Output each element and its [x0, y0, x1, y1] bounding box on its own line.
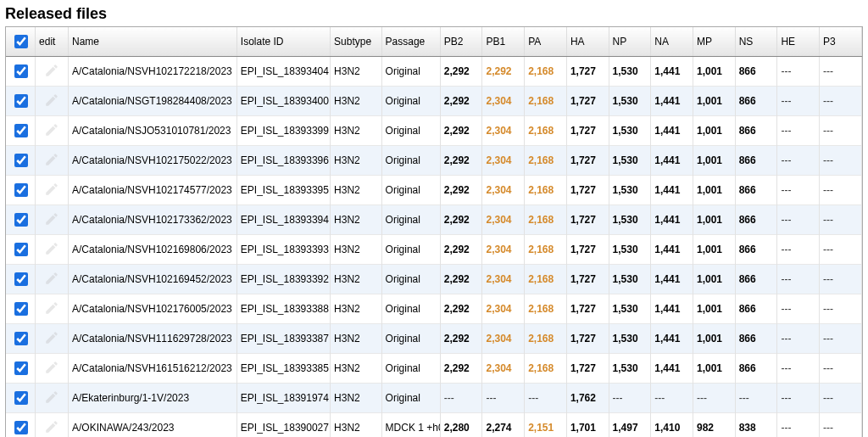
- row-checkbox[interactable]: [14, 272, 28, 286]
- column-header-pa[interactable]: PA: [525, 27, 567, 57]
- row-checkbox-cell[interactable]: [6, 384, 36, 413]
- pencil-icon[interactable]: [44, 211, 59, 227]
- row-seg-he: ---: [777, 354, 820, 384]
- row-checkbox[interactable]: [14, 213, 28, 227]
- select-all-header[interactable]: [6, 27, 36, 57]
- column-header-mp[interactable]: MP: [693, 27, 735, 57]
- select-all-checkbox[interactable]: [14, 35, 28, 48]
- row-checkbox[interactable]: [14, 391, 28, 405]
- row-edit-cell[interactable]: [36, 116, 69, 146]
- table-row[interactable]: A/Catalonia/NSVH102169806/2023EPI_ISL_18…: [6, 235, 862, 265]
- row-edit-cell[interactable]: [36, 235, 69, 265]
- row-edit-cell[interactable]: [36, 384, 69, 413]
- pencil-icon[interactable]: [44, 122, 59, 137]
- row-edit-cell[interactable]: [36, 324, 69, 354]
- row-checkbox[interactable]: [14, 361, 28, 375]
- row-edit-cell[interactable]: [36, 354, 69, 384]
- row-subtype: H3N2: [331, 294, 382, 324]
- row-checkbox[interactable]: [14, 64, 28, 78]
- row-checkbox-cell[interactable]: [6, 265, 36, 294]
- row-seg-na: 1,441: [651, 324, 693, 354]
- table-row[interactable]: A/Catalonia/NSVH102169452/2023EPI_ISL_18…: [6, 265, 862, 294]
- pencil-icon[interactable]: [44, 152, 59, 167]
- row-seg-pb2: 2,280: [440, 413, 482, 438]
- column-header-isolate-id[interactable]: Isolate ID: [236, 27, 330, 57]
- table-row[interactable]: A/Catalonia/NSVH102175022/2023EPI_ISL_18…: [6, 146, 862, 176]
- row-checkbox-cell[interactable]: [6, 205, 36, 235]
- row-checkbox[interactable]: [14, 243, 28, 256]
- row-edit-cell[interactable]: [36, 146, 69, 176]
- row-edit-cell[interactable]: [36, 265, 69, 294]
- table-row[interactable]: A/Catalonia/NSJO531010781/2023EPI_ISL_18…: [6, 116, 862, 146]
- column-header-name[interactable]: Name: [68, 27, 236, 57]
- row-seg-np: 1,530: [609, 57, 651, 87]
- table-row[interactable]: A/Catalonia/NSVH102174577/2023EPI_ISL_18…: [6, 176, 862, 205]
- row-seg-pb2: 2,292: [440, 265, 482, 294]
- row-checkbox-cell[interactable]: [6, 235, 36, 265]
- row-edit-cell[interactable]: [36, 205, 69, 235]
- column-header-ha[interactable]: HA: [566, 27, 609, 57]
- pencil-icon[interactable]: [44, 271, 59, 286]
- row-checkbox-cell[interactable]: [6, 176, 36, 205]
- row-edit-cell[interactable]: [36, 87, 69, 116]
- pencil-icon[interactable]: [44, 92, 59, 108]
- table-row[interactable]: A/Ekaterinburg/1-1V/2023EPI_ISL_18391974…: [6, 384, 862, 413]
- row-checkbox[interactable]: [14, 94, 28, 108]
- row-checkbox[interactable]: [14, 332, 28, 345]
- row-checkbox[interactable]: [14, 124, 28, 137]
- pencil-icon[interactable]: [44, 330, 59, 345]
- row-seg-he: ---: [777, 265, 820, 294]
- row-checkbox-cell[interactable]: [6, 57, 36, 87]
- row-edit-cell[interactable]: [36, 413, 69, 438]
- column-header-he[interactable]: HE: [777, 27, 820, 57]
- pencil-icon[interactable]: [44, 63, 59, 78]
- row-name: A/Catalonia/NSVH161516212/2023: [68, 354, 236, 384]
- row-checkbox-cell[interactable]: [6, 116, 36, 146]
- row-seg-p3: ---: [820, 116, 862, 146]
- row-seg-ha: 1,727: [566, 205, 609, 235]
- pencil-icon[interactable]: [44, 389, 59, 405]
- pencil-icon[interactable]: [44, 241, 59, 256]
- row-checkbox-cell[interactable]: [6, 87, 36, 116]
- row-checkbox-cell[interactable]: [6, 324, 36, 354]
- row-checkbox-cell[interactable]: [6, 354, 36, 384]
- table-row[interactable]: A/Catalonia/NSVH102172218/2023EPI_ISL_18…: [6, 57, 862, 87]
- column-header-pb1[interactable]: PB1: [482, 27, 525, 57]
- row-passage: Original: [381, 354, 440, 384]
- pencil-icon[interactable]: [44, 182, 59, 197]
- table-row[interactable]: A/Catalonia/NSVH102173362/2023EPI_ISL_18…: [6, 205, 862, 235]
- column-header-np[interactable]: NP: [609, 27, 651, 57]
- row-seg-he: ---: [777, 235, 820, 265]
- table-row[interactable]: A/Catalonia/NSVH111629728/2023EPI_ISL_18…: [6, 324, 862, 354]
- column-header-pb2[interactable]: PB2: [440, 27, 482, 57]
- row-isolate-id: EPI_ISL_18390027: [236, 413, 330, 438]
- table-row[interactable]: A/Catalonia/NSGT198284408/2023EPI_ISL_18…: [6, 87, 862, 116]
- column-header-na[interactable]: NA: [651, 27, 693, 57]
- row-seg-pb1: 2,304: [482, 354, 525, 384]
- row-checkbox[interactable]: [14, 154, 28, 167]
- column-header-p3[interactable]: P3: [820, 27, 862, 57]
- column-header-ns[interactable]: NS: [735, 27, 777, 57]
- table-row[interactable]: A/Catalonia/NSVH102176005/2023EPI_ISL_18…: [6, 294, 862, 324]
- pencil-icon[interactable]: [44, 300, 59, 316]
- row-edit-cell[interactable]: [36, 176, 69, 205]
- pencil-icon[interactable]: [44, 419, 59, 434]
- column-header-subtype[interactable]: Subtype: [331, 27, 382, 57]
- column-header-edit[interactable]: edit: [36, 27, 69, 57]
- row-checkbox-cell[interactable]: [6, 146, 36, 176]
- row-checkbox[interactable]: [14, 302, 28, 316]
- row-checkbox[interactable]: [14, 421, 28, 434]
- row-edit-cell[interactable]: [36, 57, 69, 87]
- column-header-passage[interactable]: Passage: [381, 27, 440, 57]
- row-seg-p3: ---: [820, 384, 862, 413]
- row-seg-ns: 866: [735, 205, 777, 235]
- row-checkbox-cell[interactable]: [6, 294, 36, 324]
- row-passage: Original: [381, 294, 440, 324]
- row-checkbox-cell[interactable]: [6, 413, 36, 438]
- row-edit-cell[interactable]: [36, 294, 69, 324]
- row-checkbox[interactable]: [14, 183, 28, 197]
- table-row[interactable]: A/Catalonia/NSVH161516212/2023EPI_ISL_18…: [6, 354, 862, 384]
- row-passage: Original: [381, 235, 440, 265]
- table-row[interactable]: A/OKINAWA/243/2023EPI_ISL_18390027H3N2MD…: [6, 413, 862, 438]
- pencil-icon[interactable]: [44, 360, 59, 375]
